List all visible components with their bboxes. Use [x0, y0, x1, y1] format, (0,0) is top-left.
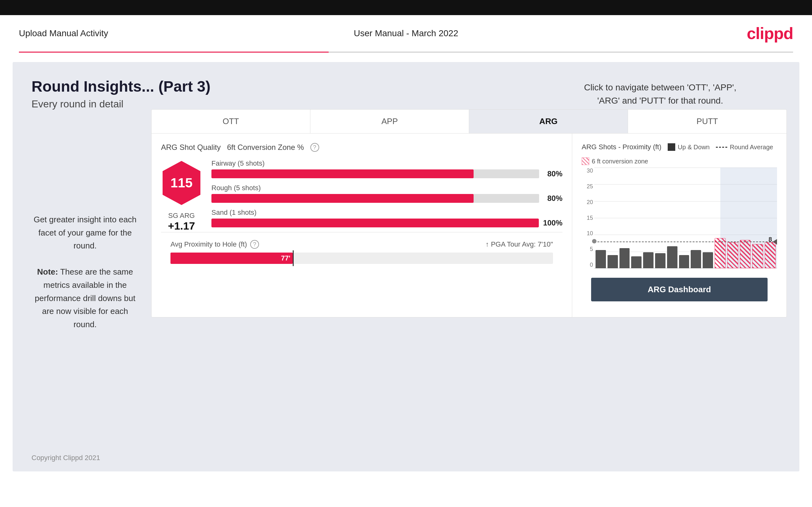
- bar-15-hatched: [765, 242, 776, 268]
- shot-label-rough: Rough (5 shots): [211, 184, 562, 192]
- bar-6: [655, 253, 665, 268]
- proximity-help-icon[interactable]: ?: [250, 240, 259, 249]
- dashboard-panel: OTT APP ARG PUTT ARG Shot Quality 6ft Co…: [151, 109, 787, 318]
- chart-header: ARG Shots - Proximity (ft) Up & Down Rou…: [582, 143, 777, 165]
- footer: Copyright Clippd 2021: [32, 454, 100, 462]
- nav-hint-line2: 'ARG' and 'PUTT' for that round.: [584, 94, 737, 107]
- bar-10: [703, 252, 713, 268]
- pga-avg: ↑ PGA Tour Avg: 7'10": [486, 240, 553, 248]
- legend-conversion: 6 ft conversion zone: [582, 158, 648, 165]
- shot-pct-fairway: 80%: [544, 169, 562, 178]
- legend-box-up-down: [668, 143, 675, 151]
- proximity-bar-container: 77': [170, 252, 553, 264]
- top-bar: [0, 0, 812, 15]
- y-tick-5: 5: [582, 246, 593, 252]
- legend-dashed-line: [716, 147, 727, 148]
- manual-label: User Manual - March 2022: [354, 29, 458, 39]
- logo[interactable]: clippd: [747, 24, 793, 43]
- section-header: ARG Shot Quality 6ft Conversion Zone % ?: [161, 143, 562, 152]
- bar-5: [643, 252, 654, 268]
- grid-area: 8: [594, 168, 777, 268]
- bar-7: [667, 246, 677, 268]
- legend-label-up-down: Up & Down: [678, 144, 710, 151]
- hexagon: 115: [161, 159, 202, 207]
- tabs: OTT APP ARG PUTT: [152, 110, 786, 133]
- shot-bar-fairway: 80%: [211, 169, 562, 178]
- copyright-text: Copyright Clippd 2021: [32, 454, 100, 462]
- bar-12-hatched: [727, 242, 738, 268]
- y-tick-10: 10: [582, 230, 593, 237]
- y-tick-20: 20: [582, 199, 593, 206]
- bar-8: [679, 255, 690, 268]
- legend-up-down: Up & Down: [668, 143, 710, 151]
- arg-dashboard-button[interactable]: ARG Dashboard: [591, 278, 768, 301]
- y-axis: 0 5 10 15 20 25 30: [582, 168, 593, 268]
- chart-container: 0 5 10 15 20 25 30: [582, 168, 777, 278]
- proximity-cursor: [293, 250, 294, 266]
- shot-label-fairway: Fairway (5 shots): [211, 159, 562, 168]
- sidebar-note: Note:: [37, 267, 58, 277]
- sg-label: SG ARG: [168, 212, 195, 220]
- arg-shot-quality-label: ARG Shot Quality: [161, 143, 220, 152]
- nav-hint: Click to navigate between 'OTT', 'APP', …: [584, 81, 737, 107]
- legend-label-conversion: 6 ft conversion zone: [592, 158, 648, 165]
- shot-bar-rough: 80%: [211, 194, 562, 203]
- proximity-value: 77': [281, 254, 291, 262]
- proximity-label: Avg Proximity to Hole (ft) ?: [170, 240, 259, 249]
- y-tick-30: 30: [582, 168, 593, 174]
- shot-bar-bg-fairway: [211, 169, 539, 178]
- bar-3: [619, 248, 630, 268]
- shots-list: Fairway (5 shots) 80% Rough (5 shots): [211, 159, 562, 232]
- right-section: ARG Shots - Proximity (ft) Up & Down Rou…: [572, 133, 786, 317]
- conversion-zone-label: 6ft Conversion Zone %: [227, 143, 304, 152]
- proximity-bar-fill: 77': [170, 252, 293, 264]
- score-value: 115: [170, 175, 193, 190]
- bars-container: [596, 168, 776, 268]
- help-icon[interactable]: ?: [310, 143, 319, 152]
- bar-9: [691, 250, 701, 268]
- legend-round-avg: Round Average: [716, 144, 773, 151]
- nav-hint-line1: Click to navigate between 'OTT', 'APP',: [584, 81, 737, 94]
- proximity-section: Avg Proximity to Hole (ft) ? ↑ PGA Tour …: [161, 232, 562, 272]
- proximity-bar-bg: 77': [170, 252, 553, 264]
- score-area: 115 SG ARG +1.17 Fairway (5 shots): [161, 159, 562, 232]
- shot-pct-sand: 100%: [543, 219, 562, 227]
- legend-hatched-box: [582, 158, 589, 165]
- main-content: Round Insights... (Part 3) Every round i…: [13, 62, 799, 471]
- sidebar-text-part1: Get greater insight into each facet of y…: [34, 215, 137, 250]
- tab-arg[interactable]: ARG: [469, 110, 628, 133]
- shot-bar-fill-rough: [211, 194, 473, 203]
- bar-2: [608, 255, 618, 268]
- sidebar-text: Get greater insight into each facet of y…: [32, 213, 139, 331]
- y-tick-15: 15: [582, 215, 593, 221]
- shot-bar-sand: 100%: [211, 219, 562, 227]
- shot-row-fairway: Fairway (5 shots) 80%: [211, 159, 562, 178]
- shot-bar-bg-rough: [211, 194, 539, 203]
- shot-row-sand: Sand (1 shots) 100%: [211, 209, 562, 227]
- chart-title: ARG Shots - Proximity (ft): [582, 143, 661, 151]
- header-divider: [19, 52, 793, 53]
- legend-label-round-avg: Round Average: [730, 144, 773, 151]
- shot-bar-fill-sand: [211, 219, 539, 227]
- tab-putt[interactable]: PUTT: [628, 110, 786, 133]
- shot-bar-fill-fairway: [211, 169, 473, 178]
- header: Upload Manual Activity User Manual - Mar…: [0, 15, 812, 52]
- bar-11-hatched: [715, 238, 726, 268]
- shot-bar-bg-sand: [211, 219, 539, 227]
- shot-pct-rough: 80%: [544, 194, 562, 203]
- panel-body: ARG Shot Quality 6ft Conversion Zone % ?…: [152, 133, 786, 317]
- shot-label-sand: Sand (1 shots): [211, 209, 562, 217]
- hexagon-container: 115 SG ARG +1.17: [161, 159, 202, 232]
- upload-label[interactable]: Upload Manual Activity: [19, 29, 108, 39]
- proximity-header: Avg Proximity to Hole (ft) ? ↑ PGA Tour …: [170, 240, 553, 249]
- tab-ott[interactable]: OTT: [152, 110, 310, 133]
- y-tick-0: 0: [582, 262, 593, 268]
- bar-1: [596, 250, 606, 268]
- shot-row-rough: Rough (5 shots) 80%: [211, 184, 562, 203]
- y-tick-25: 25: [582, 183, 593, 190]
- bar-14-hatched: [752, 244, 763, 268]
- tab-app[interactable]: APP: [310, 110, 469, 133]
- left-section: ARG Shot Quality 6ft Conversion Zone % ?…: [152, 133, 572, 317]
- bar-4: [631, 256, 642, 268]
- bar-13-hatched: [740, 240, 751, 268]
